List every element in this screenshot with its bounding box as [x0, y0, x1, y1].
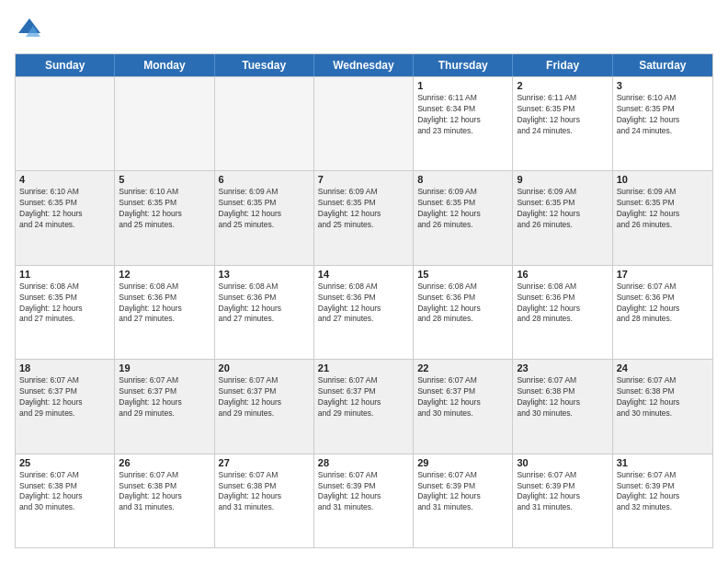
calendar-cell	[115, 77, 214, 170]
day-info: Sunrise: 6:11 AMSunset: 6:35 PMDaylight:…	[517, 93, 608, 137]
day-info: Sunrise: 6:10 AMSunset: 6:35 PMDaylight:…	[119, 187, 210, 231]
calendar-cell: 4Sunrise: 6:10 AMSunset: 6:35 PMDaylight…	[16, 171, 115, 264]
calendar-cell: 27Sunrise: 6:07 AMSunset: 6:38 PMDayligh…	[215, 454, 314, 547]
day-number: 19	[119, 362, 210, 373]
day-info: Sunrise: 6:07 AMSunset: 6:39 PMDaylight:…	[318, 470, 409, 514]
calendar-cell: 7Sunrise: 6:09 AMSunset: 6:35 PMDaylight…	[314, 171, 414, 264]
day-number: 2	[517, 80, 608, 91]
day-header-thursday: Thursday	[414, 54, 513, 76]
day-number: 17	[617, 269, 709, 280]
day-header-wednesday: Wednesday	[314, 54, 414, 76]
calendar-cell: 10Sunrise: 6:09 AMSunset: 6:35 PMDayligh…	[613, 171, 712, 264]
calendar-header: SundayMondayTuesdayWednesdayThursdayFrid…	[16, 54, 712, 76]
day-number: 22	[417, 362, 508, 373]
day-info: Sunrise: 6:07 AMSunset: 6:39 PMDaylight:…	[517, 470, 608, 514]
day-number: 28	[318, 457, 409, 468]
logo	[15, 15, 48, 44]
day-info: Sunrise: 6:07 AMSunset: 6:39 PMDaylight:…	[617, 470, 709, 514]
calendar-cell: 1Sunrise: 6:11 AMSunset: 6:34 PMDaylight…	[414, 77, 513, 170]
logo-icon	[15, 15, 44, 44]
calendar-cell: 18Sunrise: 6:07 AMSunset: 6:37 PMDayligh…	[16, 360, 115, 453]
day-info: Sunrise: 6:10 AMSunset: 6:35 PMDaylight:…	[617, 93, 709, 137]
day-info: Sunrise: 6:07 AMSunset: 6:38 PMDaylight:…	[19, 470, 110, 514]
calendar-cell: 8Sunrise: 6:09 AMSunset: 6:35 PMDaylight…	[414, 171, 513, 264]
day-number: 31	[617, 457, 709, 468]
calendar-week-4: 18Sunrise: 6:07 AMSunset: 6:37 PMDayligh…	[16, 359, 712, 453]
calendar-cell: 19Sunrise: 6:07 AMSunset: 6:37 PMDayligh…	[115, 360, 214, 453]
day-info: Sunrise: 6:07 AMSunset: 6:37 PMDaylight:…	[19, 375, 110, 419]
page: SundayMondayTuesdayWednesdayThursdayFrid…	[0, 0, 728, 563]
day-number: 21	[318, 362, 409, 373]
day-number: 29	[417, 457, 508, 468]
day-info: Sunrise: 6:09 AMSunset: 6:35 PMDaylight:…	[517, 187, 608, 231]
day-info: Sunrise: 6:08 AMSunset: 6:36 PMDaylight:…	[417, 282, 508, 326]
calendar-cell: 28Sunrise: 6:07 AMSunset: 6:39 PMDayligh…	[314, 454, 414, 547]
day-info: Sunrise: 6:07 AMSunset: 6:36 PMDaylight:…	[617, 282, 709, 326]
calendar-cell: 30Sunrise: 6:07 AMSunset: 6:39 PMDayligh…	[513, 454, 612, 547]
calendar-cell: 26Sunrise: 6:07 AMSunset: 6:38 PMDayligh…	[115, 454, 214, 547]
calendar-cell: 31Sunrise: 6:07 AMSunset: 6:39 PMDayligh…	[613, 454, 712, 547]
calendar-cell: 17Sunrise: 6:07 AMSunset: 6:36 PMDayligh…	[613, 266, 712, 359]
day-number: 13	[219, 269, 310, 280]
day-header-friday: Friday	[513, 54, 612, 76]
day-info: Sunrise: 6:07 AMSunset: 6:39 PMDaylight:…	[417, 470, 508, 514]
calendar-cell: 2Sunrise: 6:11 AMSunset: 6:35 PMDaylight…	[513, 77, 612, 170]
day-info: Sunrise: 6:09 AMSunset: 6:35 PMDaylight:…	[219, 187, 310, 231]
day-info: Sunrise: 6:10 AMSunset: 6:35 PMDaylight:…	[19, 187, 110, 231]
calendar-cell: 23Sunrise: 6:07 AMSunset: 6:38 PMDayligh…	[513, 360, 612, 453]
day-info: Sunrise: 6:08 AMSunset: 6:36 PMDaylight:…	[318, 282, 409, 326]
calendar-cell: 29Sunrise: 6:07 AMSunset: 6:39 PMDayligh…	[414, 454, 513, 547]
day-info: Sunrise: 6:08 AMSunset: 6:36 PMDaylight:…	[219, 282, 310, 326]
calendar-cell: 9Sunrise: 6:09 AMSunset: 6:35 PMDaylight…	[513, 171, 612, 264]
day-number: 9	[517, 174, 608, 185]
calendar-week-2: 4Sunrise: 6:10 AMSunset: 6:35 PMDaylight…	[16, 170, 712, 264]
day-number: 14	[318, 269, 409, 280]
svg-marker-0	[18, 18, 40, 33]
day-number: 16	[517, 269, 608, 280]
day-info: Sunrise: 6:09 AMSunset: 6:35 PMDaylight:…	[417, 187, 508, 231]
day-header-sunday: Sunday	[16, 54, 115, 76]
day-info: Sunrise: 6:07 AMSunset: 6:38 PMDaylight:…	[219, 470, 310, 514]
calendar-cell: 14Sunrise: 6:08 AMSunset: 6:36 PMDayligh…	[314, 266, 414, 359]
day-number: 18	[19, 362, 110, 373]
calendar-cell: 25Sunrise: 6:07 AMSunset: 6:38 PMDayligh…	[16, 454, 115, 547]
calendar-cell: 16Sunrise: 6:08 AMSunset: 6:36 PMDayligh…	[513, 266, 612, 359]
day-info: Sunrise: 6:07 AMSunset: 6:38 PMDaylight:…	[517, 375, 608, 419]
day-number: 27	[219, 457, 310, 468]
calendar-cell: 15Sunrise: 6:08 AMSunset: 6:36 PMDayligh…	[414, 266, 513, 359]
calendar-cell	[215, 77, 314, 170]
day-info: Sunrise: 6:07 AMSunset: 6:37 PMDaylight:…	[417, 375, 508, 419]
day-info: Sunrise: 6:07 AMSunset: 6:37 PMDaylight:…	[219, 375, 310, 419]
calendar-cell: 12Sunrise: 6:08 AMSunset: 6:36 PMDayligh…	[115, 266, 214, 359]
day-number: 5	[119, 174, 210, 185]
day-info: Sunrise: 6:08 AMSunset: 6:36 PMDaylight:…	[517, 282, 608, 326]
day-number: 30	[517, 457, 608, 468]
day-number: 26	[119, 457, 210, 468]
calendar: SundayMondayTuesdayWednesdayThursdayFrid…	[15, 53, 713, 548]
calendar-week-3: 11Sunrise: 6:08 AMSunset: 6:35 PMDayligh…	[16, 265, 712, 359]
calendar-cell	[314, 77, 414, 170]
day-info: Sunrise: 6:08 AMSunset: 6:35 PMDaylight:…	[19, 282, 110, 326]
day-number: 25	[19, 457, 110, 468]
calendar-week-5: 25Sunrise: 6:07 AMSunset: 6:38 PMDayligh…	[16, 454, 712, 547]
day-info: Sunrise: 6:07 AMSunset: 6:37 PMDaylight:…	[119, 375, 210, 419]
calendar-cell: 13Sunrise: 6:08 AMSunset: 6:36 PMDayligh…	[215, 266, 314, 359]
day-number: 10	[617, 174, 709, 185]
day-number: 12	[119, 269, 210, 280]
day-info: Sunrise: 6:08 AMSunset: 6:36 PMDaylight:…	[119, 282, 210, 326]
day-number: 15	[417, 269, 508, 280]
day-info: Sunrise: 6:09 AMSunset: 6:35 PMDaylight:…	[318, 187, 409, 231]
day-number: 7	[318, 174, 409, 185]
header	[15, 15, 713, 44]
calendar-cell: 21Sunrise: 6:07 AMSunset: 6:37 PMDayligh…	[314, 360, 414, 453]
calendar-cell: 3Sunrise: 6:10 AMSunset: 6:35 PMDaylight…	[613, 77, 712, 170]
day-number: 3	[617, 80, 709, 91]
calendar-cell: 11Sunrise: 6:08 AMSunset: 6:35 PMDayligh…	[16, 266, 115, 359]
calendar-cell: 22Sunrise: 6:07 AMSunset: 6:37 PMDayligh…	[414, 360, 513, 453]
day-number: 4	[19, 174, 110, 185]
calendar-cell: 20Sunrise: 6:07 AMSunset: 6:37 PMDayligh…	[215, 360, 314, 453]
calendar-cell	[16, 77, 115, 170]
calendar-cell: 6Sunrise: 6:09 AMSunset: 6:35 PMDaylight…	[215, 171, 314, 264]
day-header-monday: Monday	[115, 54, 214, 76]
day-info: Sunrise: 6:09 AMSunset: 6:35 PMDaylight:…	[617, 187, 709, 231]
